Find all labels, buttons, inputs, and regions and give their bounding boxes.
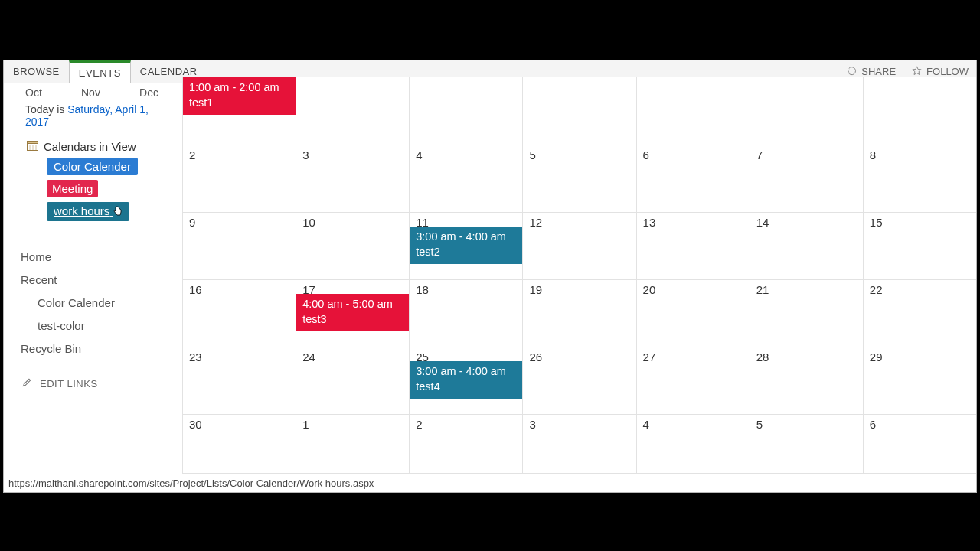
calendar-cell[interactable] [750,77,863,145]
day-number: 13 [643,216,656,229]
calendar-cell[interactable]: 24 [296,347,409,415]
day-number: 2 [416,418,422,431]
day-number: 26 [529,350,542,364]
calendar-cell[interactable]: 13 [636,213,750,280]
event-title: test4 [416,380,516,395]
ribbon-tabs: BROWSE EVENTS CALENDAR [4,60,207,83]
calendar-event[interactable]: 4:00 am - 5:00 amtest3 [296,294,409,331]
app-frame: BROWSE EVENTS CALENDAR SHARE FOLLOW Oct … [3,60,977,493]
calendar-cell[interactable] [409,77,522,145]
calendar-cell[interactable]: 27 [636,347,750,415]
nav-recycle-bin[interactable]: Recycle Bin [21,337,165,360]
follow-label: FOLLOW [926,66,969,77]
calendar-cell[interactable]: 22 [863,280,976,347]
nav-recent-test-color[interactable]: test-color [38,315,165,337]
calendar-event[interactable]: 3:00 am - 4:00 amtest4 [410,361,522,399]
nav-home[interactable]: Home [21,246,165,269]
hand-cursor-icon [113,206,122,219]
calendar-cell[interactable]: 113:00 am - 4:00 amtest2 [409,213,522,280]
pencil-icon [22,377,32,390]
calendar-cell[interactable]: 6 [636,145,750,213]
day-number: 9 [189,216,195,229]
calendar-cell[interactable]: 253:00 am - 4:00 amtest4 [409,347,522,415]
share-label: SHARE [861,66,896,77]
day-number: 6 [870,418,876,431]
today-line: Today is Saturday, April 1, 2017 [19,100,165,135]
calendar-cell[interactable]: 18 [409,280,522,347]
calendar-cell[interactable]: 4 [636,415,750,474]
calendar-cell[interactable]: 15 [863,213,976,280]
calendar-cell[interactable]: 2 [409,415,522,474]
day-number: 8 [870,148,876,161]
calendar-cell[interactable]: 30 [182,415,296,474]
event-time: 3:00 am - 4:00 am [416,230,516,245]
edit-links-button[interactable]: EDIT LINKS [22,377,165,390]
calendar-cell[interactable]: 8 [863,145,976,213]
day-number: 10 [302,216,315,229]
calendar-cell[interactable] [296,77,409,145]
month-nov[interactable]: Nov [81,86,100,99]
calendar-cell[interactable] [863,77,976,145]
chip-work-hours[interactable]: work hours [47,202,129,221]
nav-recent[interactable]: Recent [21,269,165,292]
calendar-cell[interactable]: 26 [522,347,635,415]
calendar-cell[interactable]: 9 [182,213,296,280]
calendar-cell[interactable]: 3 [296,145,409,213]
day-number: 2 [189,148,195,161]
calendar-cell[interactable]: 14 [750,213,863,280]
calendar-cell[interactable]: 19 [522,280,635,347]
day-number: 19 [529,283,542,296]
day-number: 4 [643,418,649,431]
day-number: 16 [189,283,202,296]
calendar-event[interactable]: 3:00 am - 4:00 amtest2 [410,227,522,264]
day-number: 14 [756,216,769,229]
calendar-icon [27,140,38,153]
calendar-cell[interactable]: 16 [182,280,296,347]
calendar-cell[interactable]: 20 [636,280,750,347]
calendar-cell[interactable]: 1 [296,415,409,474]
calendar-cell[interactable] [636,77,750,145]
calendar-cell[interactable]: 4 [409,145,522,213]
chip-color-calender[interactable]: Color Calender [47,158,138,175]
event-title: test2 [416,245,516,260]
tab-events[interactable]: EVENTS [69,60,131,83]
month-oct[interactable]: Oct [25,86,42,99]
calendar-event[interactable]: 1:00 am - 2:00 amtest1 [183,77,296,115]
calendar-cell[interactable]: 2 [182,145,296,213]
calendar-grid: 1:00 am - 2:00 amtest12345678910113:00 a… [182,77,976,474]
calendar-cell[interactable]: 174:00 am - 5:00 amtest3 [296,280,409,347]
chip-meeting[interactable]: Meeting [47,180,98,197]
calendar-cell[interactable]: 23 [182,347,296,415]
calendar-cell[interactable]: 1:00 am - 2:00 amtest1 [182,77,296,145]
calendar-cell[interactable]: 6 [863,415,976,474]
day-number: 12 [529,216,542,229]
day-number: 6 [643,148,649,161]
day-number: 28 [756,350,769,364]
calendar-cell[interactable]: 29 [863,347,976,415]
calendar-cell[interactable] [522,77,635,145]
calendar-cell[interactable]: 21 [750,280,863,347]
day-number: 21 [756,283,769,296]
day-number: 5 [756,418,763,431]
day-number: 30 [189,418,202,431]
calendar-cell[interactable]: 5 [522,145,635,213]
calendar-area: 1:00 am - 2:00 amtest12345678910113:00 a… [180,83,976,474]
calendar-cell[interactable]: 28 [750,347,863,415]
day-number: 3 [529,418,535,431]
event-time: 4:00 am - 5:00 am [302,297,403,312]
calendar-cell[interactable]: 12 [522,213,635,280]
day-number: 24 [302,350,315,364]
calendar-cell[interactable]: 10 [296,213,409,280]
star-icon [911,65,923,79]
month-dec[interactable]: Dec [139,86,158,99]
calendar-cell[interactable]: 3 [522,415,635,474]
calendar-cell[interactable]: 7 [750,145,863,213]
calendars-in-view-header[interactable]: Calendars in View [27,140,165,153]
day-number: 3 [302,148,309,161]
day-number: 18 [416,283,429,296]
calendar-cell[interactable]: 5 [750,415,863,474]
tab-browse[interactable]: BROWSE [4,60,70,83]
nav-recent-color-calender[interactable]: Color Calender [38,292,165,315]
day-number: 4 [416,148,422,161]
event-time: 1:00 am - 2:00 am [189,80,289,96]
